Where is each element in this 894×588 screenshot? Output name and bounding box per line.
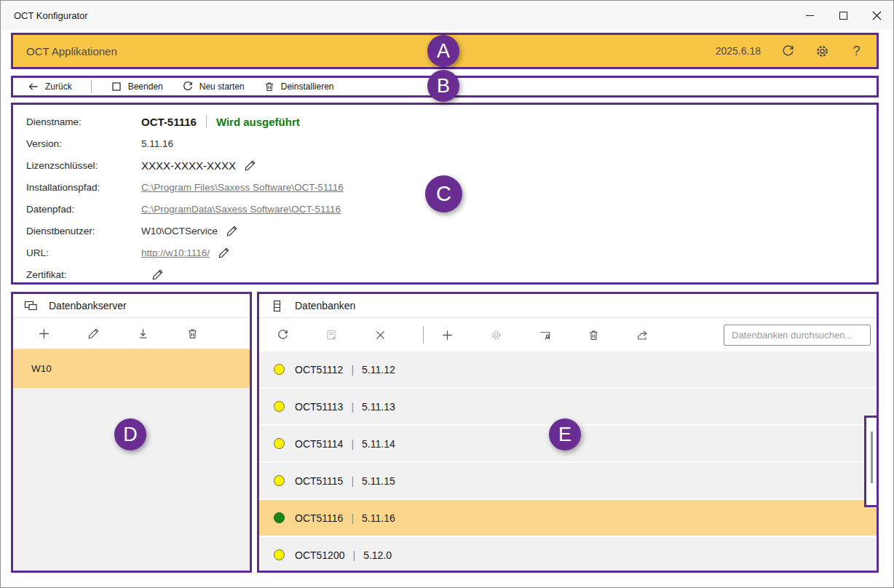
delete-server-icon[interactable]	[186, 327, 199, 340]
minimize-button[interactable]	[793, 1, 826, 30]
refresh-icon[interactable]	[781, 44, 795, 58]
database-name: OCT51115	[295, 475, 343, 487]
export-database-icon[interactable]	[636, 329, 649, 341]
databases-toolbar-separator	[423, 326, 424, 343]
maximize-button[interactable]	[826, 1, 860, 30]
status-dot-stopped	[274, 549, 285, 560]
delete-database-icon[interactable]	[588, 329, 600, 341]
database-name: OCT51200	[295, 549, 344, 561]
edit-url-icon[interactable]	[218, 247, 230, 259]
service-user-label: Dienstbenutzer:	[26, 226, 141, 237]
service-name-value: OCT-51116	[141, 116, 197, 128]
database-icon	[270, 299, 284, 313]
install-path-label: Installationspfad:	[26, 182, 141, 193]
app-window: OCT Konfigurator OCT Applikationen 2025.…	[0, 0, 894, 588]
pipe-separator: |	[351, 512, 354, 524]
page-title: OCT Applikationen	[26, 45, 117, 57]
database-version: 5.12.0	[363, 549, 392, 561]
close-button[interactable]	[860, 1, 893, 30]
database-version: 5.11.13	[362, 401, 395, 413]
scrollbar-thumb[interactable]	[871, 432, 873, 483]
database-search-input[interactable]	[724, 325, 871, 346]
header-actions: 2025.6.18 ?	[716, 44, 863, 58]
version-value: 5.11.16	[141, 138, 173, 149]
maximize-icon	[839, 12, 847, 20]
server-panel-header: Datenbankserver	[13, 294, 250, 318]
status-dot-stopped	[274, 401, 285, 412]
report-add-icon[interactable]	[325, 329, 338, 341]
gear-icon[interactable]	[815, 44, 829, 58]
database-version: 5.11.12	[362, 364, 395, 376]
edit-server-icon[interactable]	[87, 327, 100, 340]
server-icon	[24, 299, 38, 313]
help-icon[interactable]: ?	[850, 44, 863, 58]
stop-label: Beenden	[128, 82, 163, 92]
server-toolbar	[13, 318, 250, 349]
pipe-separator: |	[351, 364, 354, 376]
database-version: 5.11.15	[362, 475, 395, 487]
certificate-label: Zertifikat:	[26, 269, 141, 280]
import-server-icon[interactable]	[137, 327, 149, 340]
edit-license-icon[interactable]	[244, 159, 256, 172]
annotation-circle-c: C	[425, 175, 462, 212]
data-path-label: Datenpfad:	[26, 204, 141, 215]
service-status-badge: Wird ausgeführt	[216, 116, 300, 128]
annotation-circle-b: B	[427, 70, 459, 102]
databases-toolbar	[259, 318, 877, 351]
value-divider	[206, 115, 207, 128]
status-dot-stopped	[274, 438, 285, 449]
detail-row-url: URL: http://w10:1116/	[13, 242, 877, 263]
service-name-label: Dienstname:	[26, 116, 141, 127]
database-settings-icon[interactable]	[490, 329, 502, 341]
uninstall-label: Deinstallieren	[281, 82, 334, 92]
edit-service-user-icon[interactable]	[226, 225, 238, 237]
license-value: XXXX-XXXX-XXXX	[141, 159, 236, 172]
add-server-icon[interactable]	[38, 327, 50, 340]
detail-row-service-user: Dienstbenutzer: W10\OCTService	[13, 220, 877, 242]
database-name: OCT51113	[295, 401, 343, 413]
stop-icon	[111, 81, 122, 92]
install-path-link[interactable]: C:\Program Files\Saxess Software\OCT-511…	[141, 182, 344, 193]
annotation-circle-d: D	[114, 418, 146, 450]
trash-icon	[264, 81, 275, 92]
database-row[interactable]: OCT51112 | 5.11.12	[259, 351, 877, 387]
service-user-value: W10\OCTService	[141, 226, 218, 237]
database-user-icon[interactable]	[539, 329, 551, 341]
database-row[interactable]: OCT51200 | 5.12.0	[259, 537, 877, 571]
back-button[interactable]: Zurück	[28, 81, 72, 92]
server-list: W10	[13, 349, 250, 571]
restart-service-button[interactable]: Neu starten	[182, 81, 245, 92]
edit-certificate-icon[interactable]	[151, 269, 164, 281]
restart-label: Neu starten	[199, 82, 245, 92]
url-link[interactable]: http://w10:1116/	[141, 247, 210, 258]
status-dot-stopped	[274, 475, 285, 486]
status-dot-running	[274, 512, 285, 523]
pipe-separator: |	[351, 401, 354, 413]
databases-panel-header: Datenbanken	[259, 294, 877, 318]
titlebar: OCT Konfigurator	[1, 1, 893, 30]
database-name: OCT51114	[295, 438, 343, 450]
scrollbar-annotation-box	[864, 416, 879, 507]
data-path-link[interactable]: C:\ProgramData\Saxess Software\OCT-51116	[141, 204, 341, 215]
database-row-selected[interactable]: OCT51116 | 5.11.16	[259, 500, 877, 536]
back-arrow-icon	[28, 81, 39, 92]
database-row[interactable]: OCT51115 | 5.11.15	[259, 463, 877, 498]
add-database-icon[interactable]	[441, 329, 454, 341]
database-name: OCT51116	[295, 512, 343, 524]
database-version: 5.11.14	[362, 438, 395, 450]
uninstall-button[interactable]: Deinstallieren	[264, 81, 334, 92]
refresh-databases-icon[interactable]	[277, 329, 289, 341]
database-name: OCT51112	[295, 364, 343, 376]
server-panel-title: Datenbankserver	[49, 300, 127, 311]
pipe-separator: |	[351, 438, 354, 450]
stop-service-button[interactable]: Beenden	[111, 81, 163, 92]
restart-icon	[182, 81, 194, 92]
server-name: W10	[31, 363, 52, 374]
database-version: 5.11.16	[362, 512, 395, 524]
version-date: 2025.6.18	[716, 45, 761, 57]
close-database-icon[interactable]	[374, 329, 387, 341]
annotation-circle-e: E	[549, 418, 581, 450]
pipe-separator: |	[351, 475, 354, 487]
server-list-item-selected[interactable]: W10	[13, 349, 250, 388]
toolbar-separator	[91, 80, 92, 93]
